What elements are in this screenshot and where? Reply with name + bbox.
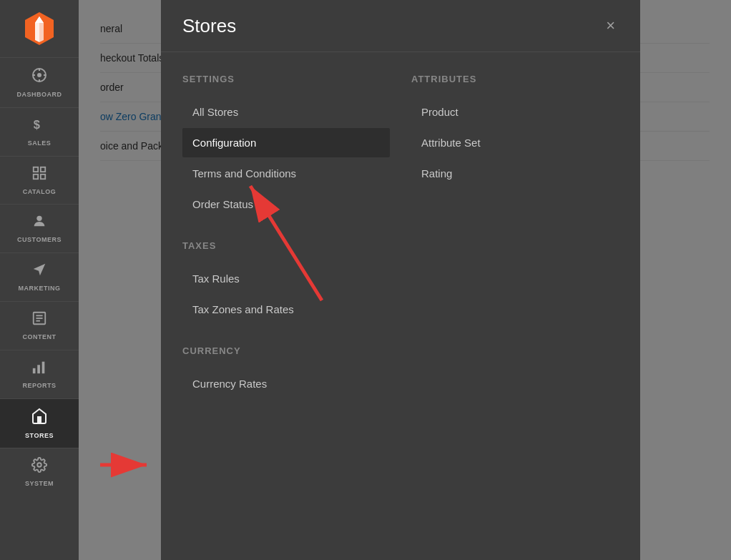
system-icon	[31, 457, 47, 477]
reports-icon	[31, 359, 47, 379]
sidebar-item-dashboard-label: DASHBOARD	[17, 91, 62, 99]
sidebar-item-stores-label: STORES	[25, 432, 54, 440]
sidebar-item-stores[interactable]: STORES	[0, 398, 79, 448]
taxes-section: Taxes Tax Rules Tax Zones and Rates	[182, 240, 390, 324]
attributes-heading: Attributes	[411, 74, 619, 84]
svg-rect-14	[41, 174, 45, 178]
currency-section: Currency Currency Rates	[182, 345, 390, 398]
menu-item-configuration[interactable]: Configuration	[182, 128, 390, 157]
sidebar-logo[interactable]	[0, 0, 79, 57]
sidebar: DASHBOARD $ SALES CATALOG CUSTOMERS MARK…	[0, 0, 79, 560]
svg-rect-13	[34, 174, 38, 178]
dashboard-icon	[31, 67, 48, 88]
modal-header: Stores ×	[161, 0, 640, 52]
menu-item-all-stores[interactable]: All Stores	[182, 97, 390, 127]
modal-body: Settings All Stores Configuration Terms …	[161, 52, 640, 560]
modal-right-column: Attributes Product Attribute Set Rating	[411, 74, 619, 539]
sidebar-item-sales-label: SALES	[28, 139, 51, 147]
svg-point-15	[36, 216, 41, 221]
settings-heading: Settings	[182, 74, 390, 84]
customers-icon	[31, 213, 47, 233]
marketing-icon	[31, 262, 47, 282]
menu-item-order-status[interactable]: Order Status	[182, 190, 390, 219]
sidebar-item-reports-label: REPORTS	[22, 382, 56, 390]
modal-close-button[interactable]: ×	[602, 14, 619, 37]
svg-rect-20	[33, 368, 36, 373]
sidebar-item-marketing-label: MARKETING	[19, 285, 61, 293]
sidebar-item-reports[interactable]: REPORTS	[0, 350, 79, 398]
menu-item-product[interactable]: Product	[411, 97, 619, 127]
sidebar-item-dashboard[interactable]: DASHBOARD	[0, 57, 79, 107]
sales-icon: $	[31, 117, 47, 137]
menu-item-tax-rules[interactable]: Tax Rules	[182, 264, 390, 293]
menu-item-rating[interactable]: Rating	[411, 159, 619, 188]
sidebar-item-customers-label: CUSTOMERS	[17, 236, 62, 244]
stores-icon	[31, 408, 48, 429]
sidebar-item-system[interactable]: SYSTEM	[0, 448, 79, 496]
svg-rect-22	[42, 361, 45, 373]
svg-text:$: $	[34, 118, 41, 131]
svg-rect-11	[34, 167, 38, 171]
menu-item-currency-rates[interactable]: Currency Rates	[182, 369, 390, 398]
svg-point-5	[37, 73, 41, 77]
currency-heading: Currency	[182, 345, 390, 356]
settings-section: Settings All Stores Configuration Terms …	[182, 74, 390, 219]
modal-left-column: Settings All Stores Configuration Terms …	[182, 74, 411, 539]
sidebar-item-marketing[interactable]: MARKETING	[0, 252, 79, 301]
sidebar-item-sales[interactable]: $ SALES	[0, 107, 79, 156]
taxes-heading: Taxes	[182, 240, 390, 251]
catalog-icon	[31, 165, 47, 185]
sidebar-item-customers[interactable]: CUSTOMERS	[0, 204, 79, 252]
menu-item-attribute-set[interactable]: Attribute Set	[411, 128, 619, 157]
content-icon	[31, 310, 47, 330]
menu-item-terms-conditions[interactable]: Terms and Conditions	[182, 159, 390, 188]
modal-title: Stores	[182, 15, 236, 37]
attributes-section: Attributes Product Attribute Set Rating	[411, 74, 619, 188]
stores-modal: Stores × Settings All Stores Configurati…	[161, 0, 640, 560]
menu-item-tax-zones[interactable]: Tax Zones and Rates	[182, 295, 390, 324]
svg-rect-21	[37, 365, 40, 373]
magento-logo-icon	[21, 11, 57, 46]
sidebar-item-catalog-label: CATALOG	[23, 188, 57, 196]
sidebar-item-system-label: SYSTEM	[25, 480, 54, 488]
svg-point-23	[37, 463, 41, 468]
sidebar-item-content[interactable]: CONTENT	[0, 301, 79, 350]
svg-rect-12	[41, 167, 45, 171]
sidebar-item-content-label: CONTENT	[23, 333, 57, 341]
main-content-area: neral heckout Totals Sort Order order ow…	[79, 0, 731, 560]
sidebar-item-catalog[interactable]: CATALOG	[0, 156, 79, 205]
